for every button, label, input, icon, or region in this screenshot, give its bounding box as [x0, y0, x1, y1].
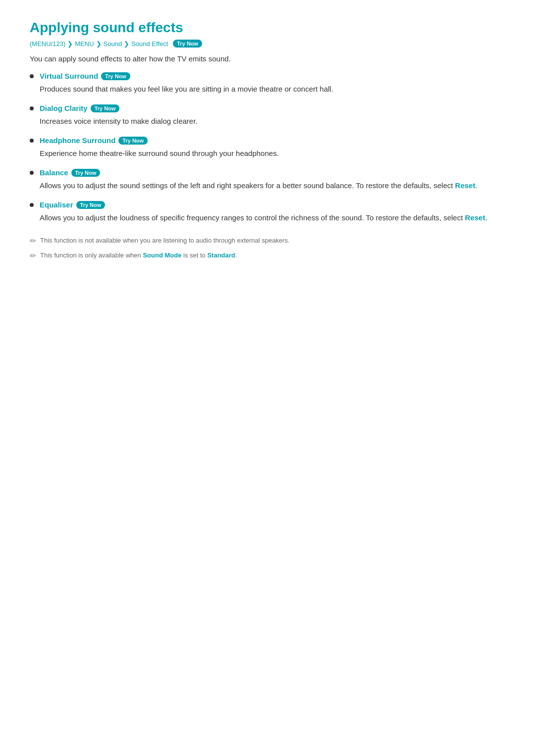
feature-name-balance: Balance	[40, 168, 68, 177]
breadcrumb-sound: Sound	[104, 40, 122, 48]
list-item-balance: Balance Try Now Allows you to adjust the…	[30, 168, 505, 192]
feature-name-virtual-surround: Virtual Surround	[40, 72, 98, 80]
bullet-dialog-clarity	[30, 106, 34, 110]
note-text-1: This function is not available when you …	[40, 236, 290, 246]
feature-name-dialog-clarity: Dialog Clarity	[40, 104, 88, 112]
feature-name-headphone-surround: Headphone Surround	[40, 136, 115, 145]
feature-desc-dialog-clarity: Increases voice intensity to make dialog…	[30, 115, 505, 127]
try-now-virtual-surround[interactable]: Try Now	[101, 72, 130, 80]
bullet-balance	[30, 171, 34, 175]
try-now-headphone-surround[interactable]: Try Now	[118, 137, 148, 145]
try-now-equaliser[interactable]: Try Now	[76, 201, 106, 209]
notes-section: ✏ This function is not available when yo…	[30, 236, 505, 260]
list-item-virtual-surround: Virtual Surround Try Now Produces sound …	[30, 72, 505, 95]
feature-desc-headphone-surround: Experience home theatre-like surround so…	[30, 148, 505, 159]
standard-highlight: Standard	[207, 252, 235, 259]
page-title: Applying sound effects	[30, 20, 505, 36]
list-item-equaliser: Equaliser Try Now Allows you to adjust t…	[30, 201, 505, 224]
try-now-dialog-clarity[interactable]: Try Now	[91, 104, 120, 112]
note-item-1: ✏ This function is not available when yo…	[30, 236, 505, 246]
breadcrumb-try-now-badge[interactable]: Try Now	[173, 40, 202, 48]
feature-desc-virtual-surround: Produces sound that makes you feel like …	[30, 83, 505, 95]
breadcrumb: (MENU/123) ❯ MENU ❯ Sound ❯ Sound Effect…	[30, 40, 505, 48]
bullet-equaliser	[30, 203, 34, 207]
sound-mode-highlight: Sound Mode	[143, 252, 181, 259]
feature-desc-equaliser: Allows you to adjust the loudness of spe…	[30, 212, 505, 224]
note-text-2: This function is only available when Sou…	[40, 251, 237, 260]
feature-desc-balance: Allows you to adjust the sound settings …	[30, 180, 505, 192]
feature-name-equaliser: Equaliser	[40, 201, 73, 209]
breadcrumb-separator-2: ❯	[96, 40, 102, 48]
feature-list: Virtual Surround Try Now Produces sound …	[30, 72, 505, 224]
breadcrumb-separator-3: ❯	[124, 40, 129, 48]
list-item-dialog-clarity: Dialog Clarity Try Now Increases voice i…	[30, 104, 505, 127]
breadcrumb-menu: MENU	[75, 40, 94, 48]
note-icon-1: ✏	[30, 236, 36, 246]
breadcrumb-sound-effect: Sound Effect	[131, 40, 168, 48]
try-now-balance[interactable]: Try Now	[71, 169, 101, 177]
bullet-virtual-surround	[30, 74, 34, 78]
breadcrumb-separator-1: ❯	[67, 40, 73, 48]
reset-link-equaliser[interactable]: Reset	[465, 213, 485, 222]
note-item-2: ✏ This function is only available when S…	[30, 251, 505, 260]
note-icon-2: ✏	[30, 251, 36, 260]
intro-text: You can apply sound effects to alter how…	[30, 54, 505, 63]
bullet-headphone-surround	[30, 139, 34, 143]
list-item-headphone-surround: Headphone Surround Try Now Experience ho…	[30, 136, 505, 159]
reset-link-balance[interactable]: Reset	[455, 181, 476, 190]
breadcrumb-menu123: (MENU/123)	[30, 40, 65, 48]
